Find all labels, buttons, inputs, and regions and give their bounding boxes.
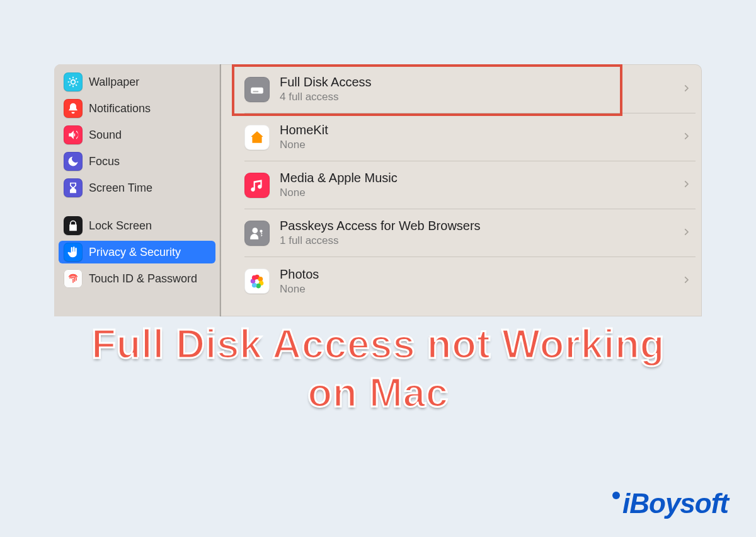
sidebar-item-privacy-security[interactable]: Privacy & Security [59, 241, 215, 263]
sidebar-divider [59, 203, 215, 214]
row-subtitle: None [280, 187, 672, 199]
row-text: Passkeys Access for Web Browsers 1 full … [280, 218, 672, 247]
watermark-logo: iBoysoft [612, 488, 728, 519]
chevron-right-icon [682, 225, 696, 241]
row-full-disk-access[interactable]: Full Disk Access 4 full access [244, 66, 696, 113]
row-text: Media & Apple Music None [280, 170, 672, 199]
wallpaper-icon [64, 72, 83, 91]
row-title: HomeKit [280, 122, 672, 137]
fingerprint-icon [64, 269, 83, 288]
settings-window: Wallpaper Notifications Sound Focus Scre [54, 64, 702, 316]
sound-icon [64, 125, 83, 144]
row-homekit[interactable]: HomeKit None [244, 113, 696, 161]
sidebar-item-label: Focus [89, 155, 120, 168]
row-title: Photos [280, 267, 672, 282]
svg-point-6 [258, 277, 263, 282]
passkeys-icon [244, 221, 270, 246]
sidebar-item-wallpaper[interactable]: Wallpaper [59, 71, 215, 93]
chevron-right-icon [682, 177, 696, 193]
sidebar-item-label: Privacy & Security [89, 246, 181, 259]
row-passkeys[interactable]: Passkeys Access for Web Browsers 1 full … [244, 209, 696, 257]
row-text: Full Disk Access 4 full access [280, 74, 672, 103]
svg-point-4 [260, 229, 262, 232]
row-subtitle: 1 full access [280, 234, 672, 247]
sidebar-item-label: Screen Time [89, 182, 152, 195]
hand-icon [64, 243, 83, 262]
row-media-music[interactable]: Media & Apple Music None [244, 161, 696, 209]
row-subtitle: None [280, 283, 672, 296]
svg-point-8 [256, 284, 261, 289]
svg-point-0 [71, 80, 76, 84]
svg-point-3 [252, 228, 258, 233]
sidebar-item-label: Wallpaper [89, 76, 139, 89]
privacy-panel: Full Disk Access 4 full access HomeKit N… [220, 64, 702, 316]
caption-line-2: on Mac [0, 369, 756, 417]
disk-icon [244, 77, 270, 102]
article-title-caption: Full Disk Access not Working on Mac [0, 320, 756, 417]
row-subtitle: None [280, 139, 672, 151]
row-title: Passkeys Access for Web Browsers [280, 218, 672, 233]
sidebar-item-label: Lock Screen [89, 219, 152, 233]
photos-icon [244, 268, 270, 294]
row-text: Photos None [280, 267, 672, 296]
sidebar-item-label: Notifications [89, 102, 151, 115]
row-title: Media & Apple Music [280, 170, 672, 185]
chevron-right-icon [682, 129, 696, 146]
lock-icon [64, 216, 83, 235]
caption-line-1: Full Disk Access not Working [0, 320, 756, 369]
chevron-right-icon [682, 81, 696, 98]
svg-rect-2 [253, 91, 259, 92]
sidebar-item-sound[interactable]: Sound [59, 124, 215, 146]
row-text: HomeKit None [280, 122, 672, 151]
watermark-dot [612, 492, 620, 499]
svg-point-9 [252, 283, 257, 288]
svg-point-11 [252, 275, 257, 280]
sidebar-item-notifications[interactable]: Notifications [59, 97, 215, 120]
watermark-text: iBoysoft [622, 488, 728, 519]
sidebar-item-label: Touch ID & Password [89, 272, 197, 286]
sidebar-item-lock-screen[interactable]: Lock Screen [59, 214, 215, 237]
sidebar-item-screen-time[interactable]: Screen Time [59, 176, 215, 199]
chevron-right-icon [682, 273, 696, 289]
row-title: Full Disk Access [280, 74, 672, 90]
focus-icon [64, 152, 83, 171]
row-subtitle: 4 full access [280, 91, 672, 103]
screen-time-icon [64, 178, 83, 197]
settings-sidebar: Wallpaper Notifications Sound Focus Scre [54, 64, 220, 316]
sidebar-item-touch-id[interactable]: Touch ID & Password [59, 267, 215, 290]
music-icon [244, 173, 270, 198]
svg-rect-1 [251, 87, 263, 93]
home-icon [244, 125, 270, 150]
notifications-icon [64, 99, 83, 118]
row-photos[interactable]: Photos None [244, 257, 696, 305]
sidebar-item-label: Sound [89, 129, 122, 142]
sidebar-item-focus[interactable]: Focus [59, 150, 215, 173]
